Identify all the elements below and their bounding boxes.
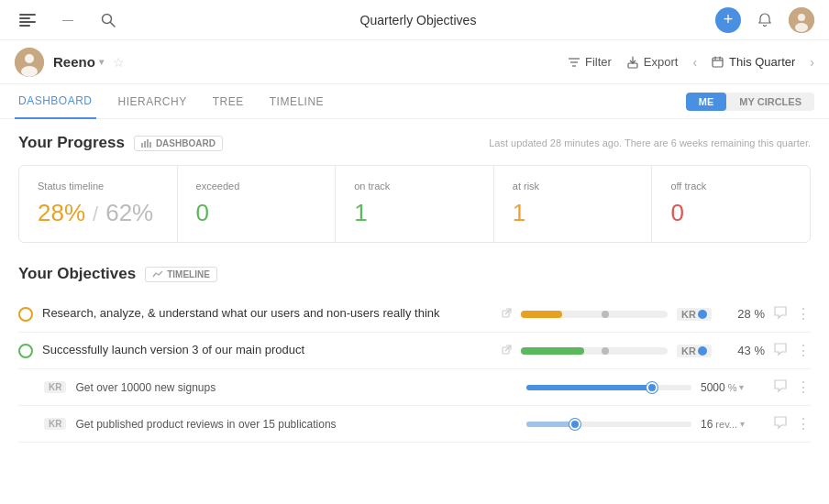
export-button[interactable]: Export: [626, 55, 679, 69]
svg-point-8: [795, 23, 808, 32]
user-section: Reeno ▾ ☆: [15, 48, 125, 77]
stat-slash: /: [93, 203, 98, 226]
kr-progress-bar-2: [526, 422, 691, 427]
timeline-badge[interactable]: TIMELINE: [145, 267, 217, 282]
toggle-me[interactable]: ME: [686, 93, 727, 111]
stat-label-1: exceeded: [196, 181, 317, 192]
kr-progress-bar-1: [526, 385, 691, 390]
notifications-icon[interactable]: [752, 7, 778, 33]
stat-value-1: 0: [196, 199, 317, 227]
kr-unit-2: rev...: [715, 419, 737, 430]
obj-text-1: Research, analyze, & understand what our…: [42, 305, 489, 322]
filter-label: Filter: [585, 55, 612, 69]
subbar-actions: Filter Export ‹ This Quarter ›: [568, 55, 814, 70]
svg-rect-21: [144, 141, 146, 148]
user-avatar-top[interactable]: [789, 7, 814, 33]
search-icon[interactable]: [95, 7, 121, 33]
svg-point-7: [798, 14, 805, 21]
stat-label-0: Status timeline: [38, 181, 159, 192]
obj-pct-2: 43 %: [721, 344, 765, 357]
kr-label-1: KR: [44, 381, 66, 393]
objective-row-2: Successfully launch version 3 of our mai…: [18, 333, 811, 369]
svg-rect-22: [147, 139, 149, 148]
svg-point-11: [21, 66, 38, 77]
obj-status-circle-1: [18, 307, 33, 322]
kr-unit-dropdown-2[interactable]: ▾: [740, 419, 745, 429]
me-circles-toggle: ME MY CIRCLES: [686, 93, 814, 111]
objectives-title: Your Objectives: [18, 265, 136, 283]
topbar-left: —: [15, 7, 121, 33]
kr-row-2: KR Get published product reviews in over…: [18, 406, 811, 443]
kr-unit-1: %: [728, 382, 737, 393]
tab-dashboard[interactable]: DASHBOARD: [15, 84, 96, 119]
progress-meta: Last updated 28 minutes ago. There are 6…: [489, 137, 811, 148]
topbar-right: +: [715, 7, 814, 33]
kr-badge-1: KR: [677, 308, 712, 321]
kr-text-1: Get over 10000 new signups: [75, 381, 517, 394]
prev-arrow-icon[interactable]: ‹: [692, 55, 697, 70]
user-name[interactable]: Reeno ▾: [53, 54, 104, 70]
tabs-bar: DASHBOARD HIERARCHY TREE TIMELINE ME MY …: [0, 84, 829, 119]
add-button[interactable]: +: [715, 7, 741, 33]
stat-value-2: 1: [354, 199, 475, 227]
stats-row: Status timeline 28% / 62% exceeded 0 on …: [18, 165, 811, 243]
svg-point-10: [25, 54, 34, 63]
toggle-circles[interactable]: MY CIRCLES: [726, 93, 814, 111]
main-content: Your Progress DASHBOARD Last updated 28 …: [0, 119, 829, 504]
kr-row-1: KR Get over 10000 new signups 5000 % ▾ ⋮: [18, 369, 811, 406]
menu-icon[interactable]: [15, 7, 40, 33]
stat-on-track: on track 1: [336, 166, 494, 242]
svg-line-25: [505, 309, 511, 314]
svg-rect-0: [19, 14, 36, 16]
obj-pct-1: 28 %: [721, 307, 765, 321]
svg-line-27: [505, 345, 511, 351]
tab-timeline[interactable]: TIMELINE: [266, 84, 327, 119]
stat-label-4: off track: [670, 181, 791, 192]
svg-rect-15: [628, 63, 637, 68]
stat-value-4: 0: [670, 199, 791, 227]
obj-progress-bar-2: [521, 347, 668, 355]
comment-icon-kr1[interactable]: [774, 379, 787, 395]
svg-rect-1: [19, 17, 30, 19]
stat-value-0b: 62%: [105, 199, 153, 227]
next-arrow-icon[interactable]: ›: [810, 55, 814, 70]
dashboard-badge[interactable]: DASHBOARD: [134, 136, 223, 151]
quarter-label: This Quarter: [729, 55, 795, 69]
chevron-down-icon: ▾: [99, 57, 104, 67]
progress-title-row: Your Progress DASHBOARD: [18, 134, 223, 152]
tab-hierarchy[interactable]: HIERARCHY: [115, 84, 191, 119]
user-name-text: Reeno: [53, 54, 95, 70]
more-icon-kr1[interactable]: ⋮: [796, 378, 811, 396]
quarter-selector[interactable]: This Quarter: [712, 55, 795, 69]
obj-text-2: Successfully launch version 3 of our mai…: [42, 342, 489, 358]
topbar: — Quarterly Objectives +: [0, 0, 829, 40]
more-icon-1[interactable]: ⋮: [796, 305, 811, 323]
progress-section-header: Your Progress DASHBOARD Last updated 28 …: [18, 134, 811, 152]
export-label: Export: [644, 55, 679, 69]
more-icon-kr2[interactable]: ⋮: [796, 415, 811, 433]
kr-label-2: KR: [44, 418, 66, 430]
minimize-icon[interactable]: —: [55, 7, 81, 33]
svg-rect-20: [141, 143, 143, 148]
more-icon-2[interactable]: ⋮: [796, 342, 811, 359]
stat-at-risk: at risk 1: [494, 166, 653, 242]
filter-button[interactable]: Filter: [568, 55, 612, 69]
obj-link-icon-1[interactable]: [502, 308, 512, 320]
comment-icon-kr2[interactable]: [774, 416, 787, 432]
kr-value-2: 16 rev... ▾: [701, 418, 765, 431]
stat-value-3: 1: [513, 199, 634, 227]
svg-rect-3: [19, 25, 30, 27]
favorite-icon[interactable]: ☆: [113, 55, 125, 70]
stat-exceeded: exceeded 0: [178, 166, 337, 242]
page-title: Quarterly Objectives: [360, 13, 477, 27]
tab-tree[interactable]: TREE: [209, 84, 248, 119]
svg-line-5: [111, 22, 116, 27]
obj-progress-bar-1: [521, 311, 668, 318]
kr-unit-dropdown-1[interactable]: ▾: [739, 382, 744, 392]
obj-status-circle-2: [18, 344, 33, 358]
comment-icon-1[interactable]: [774, 306, 787, 322]
objective-row-1: Research, analyze, & understand what our…: [18, 296, 811, 333]
subbar: Reeno ▾ ☆ Filter Export ‹ This Quarter ›: [0, 40, 829, 84]
comment-icon-2[interactable]: [774, 343, 787, 358]
obj-link-icon-2[interactable]: [502, 345, 512, 356]
